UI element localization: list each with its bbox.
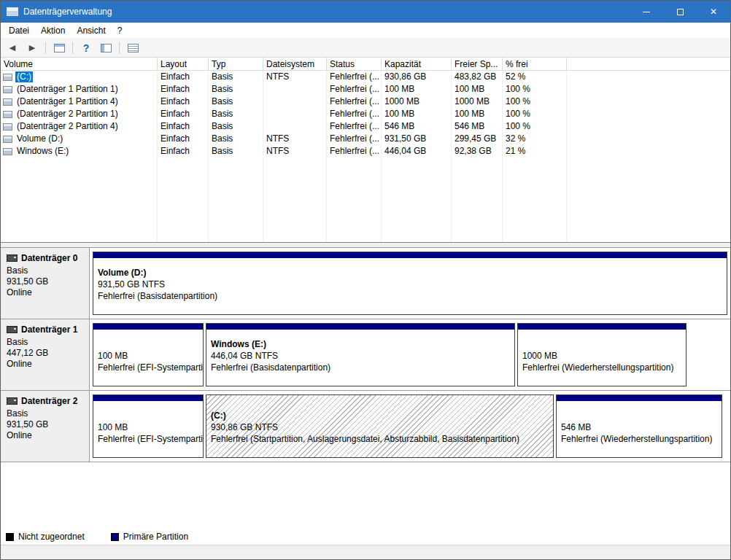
partition-windows-e[interactable]: Windows (E:) 446,04 GB NTFS Fehlerfrei (… [206,323,515,386]
menu-ansicht[interactable]: Ansicht [71,26,111,36]
volume-status: Fehlerfrei (... [327,83,382,96]
legend-item-unallocated: Nicht zugeordnet [6,532,85,542]
toolbar-separator [119,42,120,54]
volume-layout: Einfach [158,96,209,108]
disk-row-1: Datenträger 1 Basis 447,12 GB Online 100… [1,319,730,391]
help-icon[interactable]: ? [78,41,94,55]
volume-layout: Einfach [158,83,209,96]
column-header-layout[interactable]: Layout [158,58,209,70]
volume-fs [263,120,327,133]
partition-status: Fehlerfrei (EFI-Systempartition) [98,433,203,445]
volume-status: Fehlerfrei (... [327,133,382,145]
volume-status: Fehlerfrei (... [327,108,382,120]
column-header-freier-speicher[interactable]: Freier Sp... [452,58,503,70]
partition-efi-disk2[interactable]: 100 MB Fehlerfrei (EFI-Systempartition) [93,394,204,458]
volume-row[interactable]: (Datenträger 2 Partition 1) Einfach Basi… [1,108,730,120]
volume-capacity: 931,50 GB [382,133,452,145]
menu-datei[interactable]: Datei [3,26,35,36]
partition-color-band [518,324,686,330]
column-header-dateisystem[interactable]: Dateisystem [263,58,327,70]
partition-title: Windows (E:) [211,338,514,350]
volume-row[interactable]: (C:) Einfach Basis NTFS Fehlerfrei (... … [1,71,730,83]
volume-free: 100 MB [452,108,503,120]
partition-title: Volume (D:) [98,267,727,279]
partition-detail: 1000 MB [522,350,686,362]
minimize-button[interactable] [630,1,663,23]
disk-1-graphic: 100 MB Fehlerfrei (EFI-Systempartition) … [90,319,730,390]
column-header-pct-frei[interactable]: % frei [503,58,567,70]
console-tree-icon[interactable] [51,41,67,55]
partition-title [561,410,722,421]
partition-efi-disk1[interactable]: 100 MB Fehlerfrei (EFI-Systempartition) [93,323,204,386]
volume-pct-free: 52 % [503,71,567,83]
volume-status: Fehlerfrei (... [327,120,382,133]
volume-list-header: Volume Layout Typ Dateisystem Status Kap… [1,58,730,71]
disk-0-info-panel[interactable]: Datenträger 0 Basis 931,50 GB Online [1,248,90,319]
volume-name: (C:) [15,71,33,82]
disk-size: 931,50 GB [7,419,85,430]
volume-row[interactable]: Windows (E:) Einfach Basis NTFS Fehlerfr… [1,145,730,158]
volume-capacity: 446,04 GB [382,145,452,158]
partition-volume-d[interactable]: Volume (D:) 931,50 GB NTFS Fehlerfrei (B… [93,252,727,315]
volume-name: Volume (D:) [15,133,64,144]
partition-recovery-disk1[interactable]: 1000 MB Fehlerfrei (Wiederherstellungspa… [517,323,686,386]
column-header-kapazitaet[interactable]: Kapazität [382,58,452,70]
volume-layout: Einfach [158,120,209,133]
partition-title [98,338,203,350]
partition-color-band [206,324,514,330]
volume-capacity: 546 MB [382,120,452,133]
volume-free: 546 MB [452,120,503,133]
column-header-typ[interactable]: Typ [209,58,263,70]
volume-list: Volume Layout Typ Dateisystem Status Kap… [1,58,730,243]
legend-bar: Nicht zugeordnet Primäre Partition [1,529,730,545]
volume-icon [3,111,12,118]
volume-row[interactable]: Volume (D:) Einfach Basis NTFS Fehlerfre… [1,133,730,145]
partition-color-band [557,395,722,401]
forward-icon[interactable]: ▶ [24,41,40,55]
column-header-filler [567,58,730,70]
disk-2-info-panel[interactable]: Datenträger 2 Basis 931,50 GB Online [1,391,90,462]
disk-1-info-panel[interactable]: Datenträger 1 Basis 447,12 GB Online [1,319,90,390]
menu-help[interactable]: ? [112,26,128,36]
partition-status: Fehlerfrei (Startpartition, Auslagerungs… [211,433,553,445]
volume-fs: NTFS [263,71,327,83]
volume-typ: Basis [209,133,263,145]
volume-list-empty-area [1,158,730,242]
partition-status: Fehlerfrei (Basisdatenpartition) [98,290,727,302]
column-header-volume[interactable]: Volume [1,58,158,70]
volume-free: 1000 MB [452,96,503,108]
close-button[interactable]: ✕ [697,1,730,23]
volume-status: Fehlerfrei (... [327,71,382,83]
pane-splitter[interactable] [1,243,730,248]
disk-name: Datenträger 0 [21,253,77,263]
back-icon[interactable]: ◀ [4,41,20,55]
volume-row[interactable]: (Datenträger 1 Partition 4) Einfach Basi… [1,96,730,108]
volume-free: 483,82 GB [452,71,503,83]
partition-title [522,338,686,350]
volume-row[interactable]: (Datenträger 2 Partition 4) Einfach Basi… [1,120,730,133]
partition-status: Fehlerfrei (Basisdatenpartition) [211,362,514,373]
bottom-pane-empty-area [1,462,730,529]
partition-detail: 931,50 GB NTFS [98,279,727,290]
volume-row[interactable]: (Datenträger 1 Partition 1) Einfach Basi… [1,83,730,96]
disk-status: Online [7,430,85,441]
unallocated-swatch [6,533,14,541]
disk-view-icon[interactable] [98,41,114,55]
partition-c-selected[interactable]: (C:) 930,86 GB NTFS Fehlerfrei (Startpar… [206,394,554,458]
volume-fs [263,96,327,108]
partition-status: Fehlerfrei (EFI-Systempartition) [98,362,203,373]
disk-size: 931,50 GB [7,276,85,287]
maximize-button[interactable] [663,1,697,23]
disk-management-window: Datenträgerverwaltung ✕ Datei Aktion Ans… [0,0,731,560]
menu-aktion[interactable]: Aktion [35,26,71,36]
properties-icon[interactable] [125,41,141,55]
volume-name: (Datenträger 1 Partition 1) [15,84,120,95]
volume-typ: Basis [209,71,263,83]
volume-fs [263,108,327,120]
disk-name: Datenträger 1 [21,324,77,335]
disk-type: Basis [7,408,85,419]
partition-detail: 930,86 GB NTFS [211,421,553,433]
column-header-status[interactable]: Status [327,58,382,70]
partition-recovery-disk2[interactable]: 546 MB Fehlerfrei (Wiederherstellungspar… [556,394,722,458]
toolbar-separator [72,42,73,54]
